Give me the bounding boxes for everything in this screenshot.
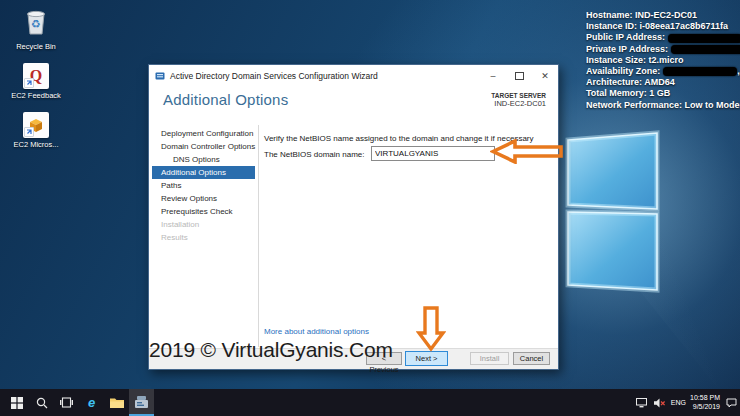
wizard-step-list: Deployment ConfigurationDomain Controlle…: [152, 127, 255, 244]
clock-time: 10:58 PM: [690, 394, 720, 403]
windows-logo-wallpaper: [552, 120, 672, 300]
desktop-icon-ec2-microsoft[interactable]: EC2 Micros...: [4, 112, 68, 149]
desktop: ♻ Recycle Bin Q EC2 Feedback: [0, 0, 740, 416]
shortcut-arrow-icon: [24, 127, 34, 137]
network-tray-button[interactable]: [635, 389, 649, 416]
close-button[interactable]: ✕: [532, 65, 558, 86]
redaction-bar: [668, 34, 740, 43]
next-button[interactable]: Next >: [405, 351, 448, 366]
target-server-block: TARGET SERVER IND-EC2-DC01: [491, 92, 546, 108]
ec2-cube-icon: [23, 112, 49, 138]
action-center-button[interactable]: [724, 389, 738, 416]
redaction-bar: [663, 67, 737, 76]
taskbar-left: e: [0, 389, 154, 416]
windows-start-icon: [11, 397, 23, 409]
cancel-button[interactable]: Cancel: [513, 352, 550, 365]
window-title: Active Directory Domain Services Configu…: [170, 71, 480, 81]
desktop-icon-ec2-feedback[interactable]: Q EC2 Feedback: [4, 63, 68, 100]
annotation-arrow-down-icon: [416, 306, 446, 352]
wizard-step-item[interactable]: Paths: [152, 179, 255, 192]
more-about-link[interactable]: More about additional options: [264, 327, 369, 336]
wizard-step-item[interactable]: Prerequisites Check: [152, 205, 255, 218]
clock[interactable]: 10:58 PM 9/5/2019: [690, 394, 720, 411]
adds-config-wizard-dialog: Active Directory Domain Services Configu…: [148, 64, 559, 370]
page-title: Additional Options: [163, 91, 288, 108]
system-info-line: Public IP Address:: [586, 32, 740, 43]
shortcut-arrow-icon: [24, 78, 34, 88]
clock-date: 9/5/2019: [690, 403, 720, 412]
wizard-step-item[interactable]: Results: [152, 231, 255, 244]
install-button[interactable]: Install: [470, 352, 509, 365]
recycle-bin-icon: ♻: [23, 8, 49, 40]
server-manager-icon: [134, 396, 149, 409]
system-info-line: Availability Zone:,: [586, 66, 740, 77]
maximize-button[interactable]: [506, 65, 532, 86]
volume-muted-button[interactable]: [653, 389, 667, 416]
desktop-icons: ♻ Recycle Bin Q EC2 Feedback: [4, 8, 68, 161]
svg-text:♻: ♻: [31, 18, 41, 30]
search-button[interactable]: [29, 389, 54, 416]
desktop-icon-recycle-bin[interactable]: ♻ Recycle Bin: [4, 8, 68, 51]
wizard-step-item[interactable]: Domain Controller Options: [152, 140, 255, 153]
task-view-button[interactable]: [54, 389, 79, 416]
start-button[interactable]: [4, 389, 29, 416]
search-icon: [36, 397, 48, 409]
target-server-name: IND-EC2-DC01: [491, 99, 546, 108]
task-view-icon: [60, 397, 73, 408]
system-info: Hostname: IND-EC2-DC01Instance ID: i-08e…: [586, 10, 740, 111]
minimize-button[interactable]: –: [480, 65, 506, 86]
action-center-icon: [726, 398, 737, 408]
sidebar-divider: [258, 125, 259, 347]
title-bar[interactable]: Active Directory Domain Services Configu…: [149, 65, 558, 86]
system-info-line: Instance ID: i-08eea17ac8b6711fa: [586, 21, 740, 32]
system-info-line: Architecture: AMD64: [586, 77, 740, 88]
desktop-icon-label: EC2 Micros...: [10, 140, 62, 149]
internet-explorer-icon: e: [88, 396, 95, 409]
system-info-line: Instance Size: t2.micro: [586, 55, 740, 66]
volume-muted-icon: [654, 398, 666, 408]
system-info-line: Total Memory: 1 GB: [586, 88, 740, 99]
taskbar: e: [0, 389, 740, 416]
wizard-step-item[interactable]: Deployment Configuration: [152, 127, 255, 140]
ec2-feedback-icon: Q: [23, 63, 49, 89]
system-info-line: Private IP Address:: [586, 44, 740, 55]
internet-explorer-button[interactable]: e: [79, 389, 104, 416]
taskbar-tray: ENG 10:58 PM 9/5/2019: [635, 389, 738, 416]
desktop-icon-label: Recycle Bin: [10, 42, 62, 51]
wizard-step-item[interactable]: Review Options: [152, 192, 255, 205]
wizard-app-icon: [155, 71, 165, 81]
maximize-icon: [515, 72, 524, 80]
wizard-step-item[interactable]: DNS Options: [152, 153, 255, 166]
server-manager-button[interactable]: [129, 389, 154, 416]
previous-button[interactable]: < Previous: [366, 352, 402, 365]
annotation-arrow-left-icon: [490, 139, 564, 164]
netbios-input[interactable]: [371, 146, 495, 161]
wizard-step-item[interactable]: Installation: [152, 218, 255, 231]
redaction-bar: [671, 45, 740, 54]
wizard-button-bar: < Previous Next > Install Cancel: [149, 348, 558, 369]
file-explorer-icon: [110, 397, 124, 408]
netbios-field-label: The NetBIOS domain name:: [264, 150, 365, 159]
desktop-icon-label: EC2 Feedback: [10, 91, 62, 100]
system-info-line: Hostname: IND-EC2-DC01: [586, 10, 740, 21]
network-icon: [636, 398, 647, 408]
wizard-step-item[interactable]: Additional Options: [152, 166, 255, 179]
window-controls: – ✕: [480, 65, 558, 86]
file-explorer-button[interactable]: [104, 389, 129, 416]
system-info-line: Network Performance: Low to Moderate: [586, 100, 740, 111]
language-indicator[interactable]: ENG: [671, 399, 686, 406]
target-server-label: TARGET SERVER: [491, 92, 546, 99]
